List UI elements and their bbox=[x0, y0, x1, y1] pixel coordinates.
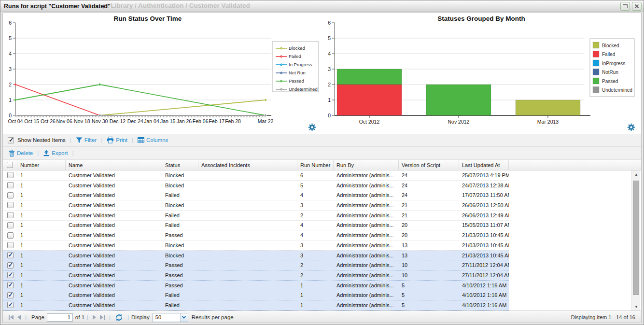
vertical-scrollbar[interactable]: ▲ ▼ bbox=[631, 170, 640, 311]
header-select-all-cell[interactable] bbox=[3, 160, 17, 170]
page-number-input[interactable] bbox=[47, 313, 73, 322]
cell-run-number: 1 bbox=[297, 281, 334, 290]
svg-text:InProgress: InProgress bbox=[602, 61, 625, 66]
table-row[interactable]: 1Customer ValidatedBlocked5Administrator… bbox=[3, 181, 509, 191]
svg-text:Oct 04: Oct 04 bbox=[8, 118, 23, 124]
table-row[interactable]: 1Customer ValidatedBlocked3Administrator… bbox=[3, 200, 509, 211]
cell-run-by: Administrator (adminis... bbox=[334, 270, 399, 280]
row-checkbox[interactable] bbox=[7, 272, 14, 278]
column-header-associated-incidents[interactable]: Associated Incidents bbox=[198, 160, 297, 170]
svg-text:Jan 26: Jan 26 bbox=[177, 118, 192, 124]
export-button[interactable]: Export bbox=[43, 150, 68, 156]
columns-button[interactable]: Columns bbox=[138, 137, 168, 143]
column-header-name[interactable]: Name bbox=[66, 160, 162, 170]
row-checkbox-cell bbox=[3, 170, 17, 180]
previous-page-button[interactable] bbox=[17, 315, 21, 320]
table-row[interactable]: 1Customer ValidatedFailed2Administrator … bbox=[3, 211, 509, 221]
row-checkbox[interactable] bbox=[7, 182, 14, 188]
scroll-down-arrow-icon[interactable]: ▼ bbox=[632, 303, 641, 311]
delete-button[interactable]: Delete bbox=[9, 150, 33, 157]
column-header-number[interactable]: Number bbox=[17, 160, 66, 170]
svg-text:Failed: Failed bbox=[602, 52, 615, 57]
cell-number: 1 bbox=[17, 211, 66, 220]
cell-version: 5 bbox=[399, 290, 459, 300]
show-nested-items-label: Show Nested Items bbox=[17, 137, 66, 143]
table-row[interactable]: 1Customer ValidatedFailed1Administrator … bbox=[3, 290, 509, 300]
row-checkbox[interactable] bbox=[7, 172, 14, 178]
svg-text:Jan 15: Jan 15 bbox=[160, 118, 176, 124]
table-row[interactable]: 1Customer ValidatedFailed4Administrator … bbox=[3, 221, 509, 231]
cell-updated: 21/03/2013 10:45 AM bbox=[459, 230, 509, 240]
cell-incidents bbox=[198, 300, 297, 310]
scrollbar-thumb[interactable] bbox=[633, 181, 639, 295]
row-checkbox[interactable] bbox=[7, 262, 14, 268]
table-row[interactable]: 1Customer ValidatedPassed1Administrator … bbox=[3, 281, 509, 291]
row-checkbox-cell bbox=[3, 281, 17, 290]
cell-run-number: 5 bbox=[297, 181, 334, 190]
table-row[interactable]: 1Customer ValidatedBlocked3Administrator… bbox=[3, 240, 509, 251]
grid-toolbar-top: Show Nested Items Filter Print bbox=[3, 134, 641, 147]
toolbar-separator bbox=[37, 150, 39, 156]
filter-button[interactable]: Filter bbox=[76, 137, 97, 143]
row-checkbox[interactable] bbox=[7, 222, 14, 228]
bar-chart-settings-gear-icon[interactable] bbox=[627, 123, 635, 131]
cell-run-by: Administrator (adminis... bbox=[334, 251, 399, 260]
column-header-run-number[interactable]: Run Number bbox=[297, 160, 334, 170]
pager-separator bbox=[87, 314, 88, 320]
row-checkbox[interactable] bbox=[7, 202, 14, 208]
page-size-select[interactable]: 50 bbox=[153, 313, 188, 322]
cell-version: 5 bbox=[399, 300, 459, 310]
row-checkbox[interactable] bbox=[7, 292, 14, 298]
statuses-bar-chart-svg: Statuses Grouped By Month0123456Oct 2012… bbox=[322, 13, 641, 133]
row-checkbox[interactable] bbox=[7, 252, 14, 258]
column-header-last-updated-at[interactable]: Last Updated At bbox=[459, 160, 509, 170]
columns-table-icon bbox=[138, 137, 144, 143]
row-checkbox-cell bbox=[3, 240, 17, 250]
cell-version: 20 bbox=[399, 221, 459, 230]
column-header-run-by[interactable]: Run By bbox=[334, 160, 399, 170]
next-page-button[interactable] bbox=[93, 315, 96, 320]
cell-version: 24 bbox=[399, 190, 459, 200]
table-row[interactable]: 1Customer ValidatedBlocked6Administrator… bbox=[3, 170, 509, 181]
row-checkbox[interactable] bbox=[7, 242, 14, 248]
row-checkbox[interactable] bbox=[7, 302, 14, 308]
svg-text:Statuses Grouped By Month: Statuses Grouped By Month bbox=[437, 15, 525, 22]
cell-run-by: Administrator (adminis... bbox=[334, 170, 399, 180]
row-checkbox[interactable] bbox=[7, 192, 14, 198]
cell-incidents bbox=[198, 181, 297, 190]
table-row[interactable]: 1Customer ValidatedPassed2Administrator … bbox=[3, 270, 509, 281]
svg-text:Passed: Passed bbox=[602, 79, 618, 84]
cell-run-number: 3 bbox=[297, 251, 334, 260]
close-button[interactable] bbox=[632, 2, 642, 11]
table-row[interactable]: 1Customer ValidatedFailed1Administrator … bbox=[3, 300, 509, 311]
grid-toolbar-actions: Delete Export bbox=[3, 147, 641, 160]
row-checkbox[interactable] bbox=[7, 282, 14, 288]
refresh-button[interactable] bbox=[115, 313, 123, 322]
select-all-checkbox[interactable] bbox=[7, 162, 13, 168]
table-row[interactable]: 1Customer ValidatedBlocked3Administrator… bbox=[3, 251, 509, 261]
row-checkbox[interactable] bbox=[7, 232, 14, 239]
row-checkbox-cell bbox=[3, 270, 17, 280]
print-button[interactable]: Print bbox=[107, 137, 127, 143]
dialog-title: Runs for script "Customer Validated" bbox=[0, 3, 111, 10]
cell-name: Customer Validated bbox=[66, 181, 162, 190]
table-row[interactable]: 1Customer ValidatedPassed4Administrator … bbox=[3, 230, 509, 240]
line-chart-settings-gear-icon[interactable] bbox=[308, 123, 316, 131]
dialog-titlebar[interactable]: pt Library / Authentication / Customer V… bbox=[0, 0, 644, 12]
table-row[interactable]: 1Customer ValidatedFailed4Administrator … bbox=[3, 190, 509, 200]
table-body: 1Customer ValidatedBlocked6Administrator… bbox=[3, 170, 641, 311]
first-page-button[interactable] bbox=[9, 315, 14, 320]
table-row[interactable]: 1Customer ValidatedPassed2Administrator … bbox=[3, 260, 509, 270]
scroll-up-arrow-icon[interactable]: ▲ bbox=[632, 170, 641, 178]
maximize-button[interactable] bbox=[620, 2, 630, 11]
cell-run-by: Administrator (adminis... bbox=[334, 281, 399, 290]
column-header-status[interactable]: Status bbox=[162, 160, 198, 170]
show-nested-items-checkbox[interactable] bbox=[8, 137, 14, 143]
cell-name: Customer Validated bbox=[66, 190, 162, 200]
cell-updated: 25/07/2013 4:19 PM bbox=[459, 170, 509, 180]
svg-text:Oct 2012: Oct 2012 bbox=[359, 119, 380, 125]
last-page-button[interactable] bbox=[100, 315, 105, 320]
row-checkbox[interactable] bbox=[7, 212, 14, 218]
row-checkbox-cell bbox=[3, 290, 17, 300]
column-header-version-of-script[interactable]: Version of Script bbox=[399, 160, 459, 170]
